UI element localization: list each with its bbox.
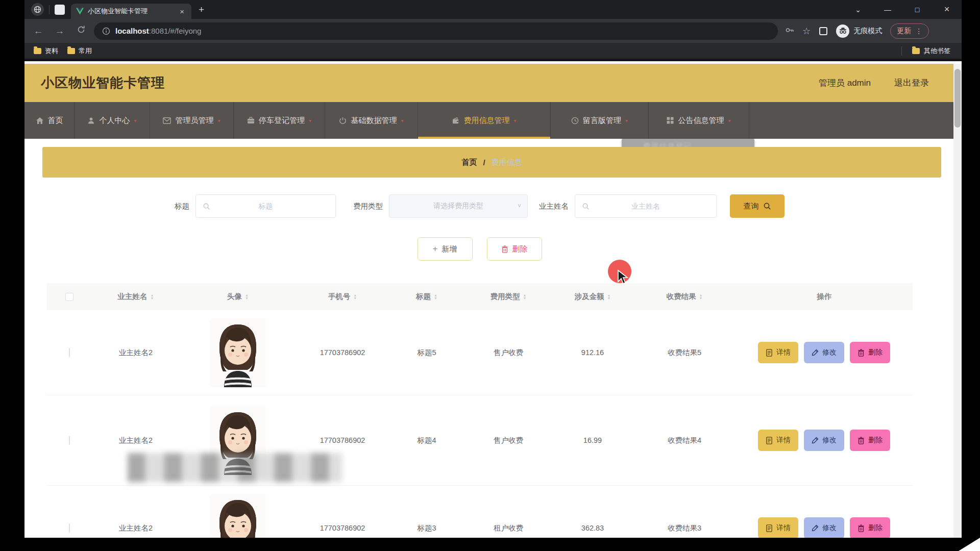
column-header[interactable]: 业主姓名 ▲▼: [92, 292, 179, 302]
logout-link[interactable]: 退出登录: [894, 77, 929, 89]
column-header[interactable]: 手机号 ▲▼: [297, 292, 388, 302]
bookmark-star-icon[interactable]: ☆: [802, 26, 811, 37]
column-header-label: 业主姓名: [118, 292, 148, 302]
row-checkbox[interactable]: [69, 523, 70, 533]
pencil-icon: [812, 349, 819, 356]
row-checkbox[interactable]: [69, 436, 70, 445]
nav-item[interactable]: 基础数据管理 ▾: [325, 102, 418, 139]
row-delete-button[interactable]: 删除: [850, 430, 890, 451]
nav-item[interactable]: 管理员管理 ▾: [150, 102, 234, 139]
owner-name-label: 业主姓名: [539, 202, 569, 211]
avatar-cell: [179, 494, 297, 538]
url-text[interactable]: localhost:8081/#/feiyong: [115, 27, 201, 35]
minimize-button[interactable]: —: [873, 6, 902, 14]
new-tab-button[interactable]: +: [199, 4, 204, 15]
page-scrollbar[interactable]: [953, 64, 962, 538]
edit-button[interactable]: 修改: [804, 342, 844, 363]
browser-toolbar: ← → localhost:8081/#/feiyong ☆ 无痕模式 更新 ⋮: [24, 19, 962, 43]
detail-button[interactable]: 详情: [758, 517, 798, 538]
pinned-tab-icon[interactable]: [55, 5, 65, 15]
column-header[interactable]: 收费结果 ▲▼: [633, 292, 736, 302]
column-header[interactable]: 涉及金额 ▲▼: [552, 292, 633, 302]
other-bookmarks[interactable]: 其他书签: [901, 46, 950, 56]
close-window-button[interactable]: ×: [932, 4, 962, 15]
result-cell: 收费结果4: [633, 436, 736, 445]
sort-arrows-icon[interactable]: ▲▼: [245, 294, 249, 300]
info-icon[interactable]: [102, 27, 110, 35]
tab-close-icon[interactable]: ×: [178, 7, 186, 16]
nav-item-label: 停车登记管理: [259, 116, 305, 126]
address-bar[interactable]: localhost:8081/#/feiyong: [94, 22, 778, 40]
row-delete-button[interactable]: 删除: [850, 342, 890, 363]
add-button[interactable]: + 新增: [418, 237, 473, 261]
reload-icon[interactable]: [70, 25, 92, 37]
sort-arrows-icon[interactable]: ▲▼: [353, 294, 357, 300]
nav-item-label: 费用信息管理: [463, 116, 509, 126]
search-icon: [203, 203, 210, 212]
query-label: 查询: [744, 202, 759, 211]
detail-button[interactable]: 详情: [758, 342, 798, 363]
row-delete-button[interactable]: 删除: [850, 517, 890, 538]
sort-arrows-icon[interactable]: ▲▼: [151, 294, 154, 300]
detail-button[interactable]: 详情: [758, 430, 798, 451]
chevron-down-icon: ▾: [134, 118, 136, 123]
phone-cell: 17703786902: [297, 348, 388, 357]
forward-icon[interactable]: →: [49, 26, 70, 37]
nav-item[interactable]: 个人中心 ▾: [75, 102, 150, 139]
home-icon: [36, 117, 44, 124]
chrome-update-button[interactable]: 更新 ⋮: [890, 23, 929, 39]
edit-button[interactable]: 修改: [804, 517, 844, 538]
nav-item[interactable]: 公告信息管理 ▾: [649, 102, 749, 139]
blurred-watermark: [128, 453, 342, 482]
main-nav: 首页 ▾ 个人中心 ▾ 管理员管理 ▾ 停车登记管理 ▾ 基础数据管理: [24, 102, 953, 139]
sort-arrows-icon[interactable]: ▲▼: [523, 294, 527, 300]
nav-item[interactable]: 费用信息管理 ▾: [418, 102, 551, 139]
column-header-label: 手机号: [328, 292, 351, 302]
table-header-row: 业主姓名 ▲▼ 头像 ▲▼ 手机号 ▲▼ 标题 ▲▼ 费用类型 ▲▼: [46, 283, 913, 310]
owner-name-input[interactable]: [575, 195, 716, 217]
fee-type-select[interactable]: 请选择费用类型 ˅: [389, 194, 528, 218]
tab-divider: [49, 5, 50, 14]
owner-name-cell: 业主姓名2: [92, 436, 179, 445]
sort-arrows-icon[interactable]: ▲▼: [607, 294, 611, 300]
mail-icon: [163, 117, 171, 124]
nav-item[interactable]: 留言版管理 ▾: [551, 102, 649, 139]
select-all-checkbox[interactable]: [65, 293, 74, 301]
key-icon[interactable]: [785, 26, 794, 37]
sort-arrows-icon[interactable]: ▲▼: [699, 294, 703, 300]
query-button[interactable]: 查询: [730, 194, 785, 218]
edit-button[interactable]: 修改: [804, 430, 844, 451]
column-header[interactable]: 费用类型 ▲▼: [465, 292, 552, 302]
nav-item[interactable]: 首页 ▾: [24, 102, 75, 139]
column-header-label: 标题: [416, 292, 431, 302]
title-input[interactable]: [196, 195, 335, 217]
row-checkbox[interactable]: [69, 348, 70, 357]
nav-item-label: 个人中心: [99, 116, 130, 126]
breadcrumb-separator: /: [483, 158, 485, 167]
row-checkbox-cell: [46, 524, 92, 532]
kebab-menu-icon[interactable]: ⋮: [915, 27, 922, 35]
row-checkbox-cell: [46, 348, 92, 357]
search-icon: [582, 203, 590, 212]
app-page: 小区物业智能卡管理 管理员 admin 退出登录 首页 ▾ 个人中心 ▾ 管理员…: [24, 64, 962, 538]
maximize-button[interactable]: □: [902, 6, 932, 14]
nav-item[interactable]: 停车登记管理 ▾: [234, 102, 325, 139]
active-tab[interactable]: 小区物业智能卡管理 ×: [71, 4, 191, 19]
sort-arrows-icon[interactable]: ▲▼: [434, 294, 437, 300]
bookmark-folder[interactable]: 资料: [34, 46, 58, 56]
delete-label: 删除: [512, 244, 528, 254]
back-icon[interactable]: ←: [28, 26, 49, 37]
breadcrumb-home[interactable]: 首页: [461, 158, 477, 167]
bookmark-folder[interactable]: 常用: [67, 46, 92, 56]
chevron-down-icon: ˅: [518, 203, 521, 210]
scrollbar-thumb[interactable]: [954, 69, 961, 128]
tab-search-icon[interactable]: ⌄: [843, 6, 873, 14]
result-cell: 收费结果5: [633, 348, 736, 358]
column-header[interactable]: 操作 ▲▼: [736, 292, 913, 302]
column-header[interactable]: 头像 ▲▼: [179, 292, 297, 302]
globe-icon[interactable]: [31, 3, 44, 16]
column-header[interactable]: 标题 ▲▼: [388, 292, 465, 302]
extension-icon[interactable]: [819, 27, 828, 36]
delete-button[interactable]: 删除: [487, 237, 542, 261]
mouse-cursor-icon: [617, 269, 629, 285]
